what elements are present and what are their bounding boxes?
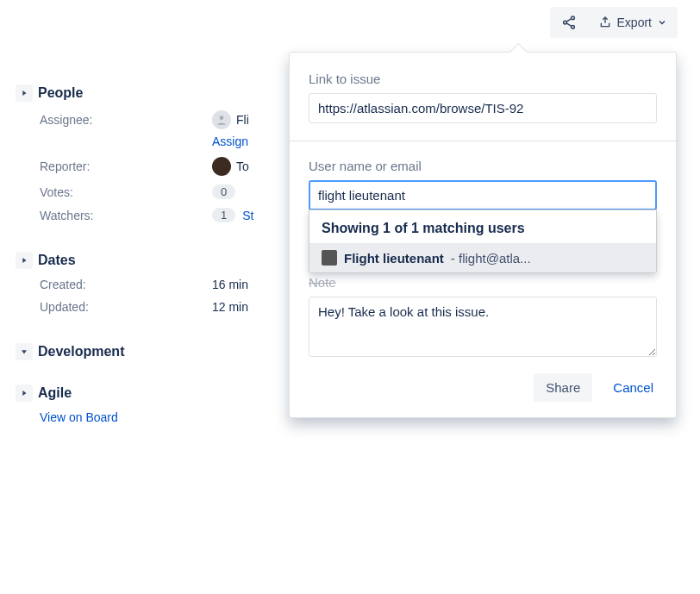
svg-line-3 xyxy=(566,19,572,22)
votes-label: Votes: xyxy=(40,185,212,199)
view-on-board-row: View on Board xyxy=(16,410,293,424)
reporter-name: To xyxy=(236,159,249,173)
svg-point-5 xyxy=(220,116,224,120)
user-search-input[interactable] xyxy=(309,180,657,210)
svg-line-4 xyxy=(566,23,572,26)
note-label: Note xyxy=(309,275,657,290)
export-icon xyxy=(598,16,612,29)
created-row: Created: 16 min xyxy=(16,278,293,291)
watchers-row: Watchers: 1 St xyxy=(16,208,293,222)
created-value: 16 min xyxy=(212,278,248,291)
reporter-row: Reporter: To xyxy=(16,157,293,176)
chevron-down-icon xyxy=(16,343,33,360)
view-on-board-link[interactable]: View on Board xyxy=(40,410,118,424)
avatar xyxy=(322,250,337,266)
watchers-count: 1 xyxy=(212,208,235,222)
link-to-issue-label: Link to issue xyxy=(309,72,657,86)
updated-label: Updated: xyxy=(40,300,212,314)
watchers-link[interactable]: St xyxy=(242,209,253,222)
created-label: Created: xyxy=(40,278,212,291)
share-button[interactable] xyxy=(550,7,588,38)
cancel-button[interactable]: Cancel xyxy=(609,373,657,402)
assignee-name: Fli xyxy=(236,113,249,127)
suggestion-email: - flight@atla... xyxy=(451,251,531,266)
user-search-label: User name or email xyxy=(309,159,657,173)
avatar xyxy=(212,157,231,176)
updated-value: 12 min xyxy=(212,300,248,314)
suggestion-item[interactable]: Flight lieutenant - flight@atla... xyxy=(309,243,656,272)
chevron-right-icon xyxy=(16,84,33,102)
user-suggestions: Showing 1 of 1 matching users Flight lie… xyxy=(309,209,657,273)
svg-point-2 xyxy=(571,25,574,28)
assignee-label: Assignee: xyxy=(40,113,212,127)
votes-row: Votes: 0 xyxy=(16,184,293,199)
chevron-right-icon xyxy=(16,252,33,269)
svg-point-1 xyxy=(563,21,566,24)
assign-action-row: Assign xyxy=(16,134,293,148)
votes-count: 0 xyxy=(212,184,235,199)
divider xyxy=(290,141,676,141)
note-textarea[interactable] xyxy=(309,297,657,357)
reporter-label: Reporter: xyxy=(40,159,212,173)
chevron-down-icon xyxy=(657,17,667,28)
export-button[interactable]: Export xyxy=(588,7,678,38)
dates-section-header[interactable]: Dates xyxy=(16,252,293,269)
share-submit-button[interactable]: Share xyxy=(534,373,592,402)
suggestions-header: Showing 1 of 1 matching users xyxy=(309,216,656,243)
share-popover: Link to issue User name or email Showing… xyxy=(289,52,677,418)
link-to-issue-input[interactable] xyxy=(309,93,657,123)
development-title: Development xyxy=(38,344,124,360)
watchers-label: Watchers: xyxy=(40,209,212,222)
dates-title: Dates xyxy=(38,253,76,268)
assignee-row: Assignee: Fli xyxy=(16,110,293,129)
top-action-bar: Export xyxy=(550,7,678,38)
development-section-header[interactable]: Development xyxy=(16,343,293,360)
assign-link[interactable]: Assign xyxy=(212,134,248,148)
people-title: People xyxy=(38,85,83,101)
agile-section-header[interactable]: Agile xyxy=(16,385,293,402)
updated-row: Updated: 12 min xyxy=(16,300,293,314)
popover-actions: Share Cancel xyxy=(309,373,657,402)
svg-point-0 xyxy=(571,16,574,20)
chevron-right-icon xyxy=(16,385,33,402)
people-section-header[interactable]: People xyxy=(16,84,293,102)
export-label: Export xyxy=(617,16,652,29)
agile-title: Agile xyxy=(38,385,72,401)
share-icon xyxy=(561,15,577,30)
avatar xyxy=(212,110,231,129)
suggestion-name: Flight lieutenant xyxy=(344,251,444,266)
issue-sidebar: People Assignee: Fli Assign Reporter: To… xyxy=(0,69,293,433)
